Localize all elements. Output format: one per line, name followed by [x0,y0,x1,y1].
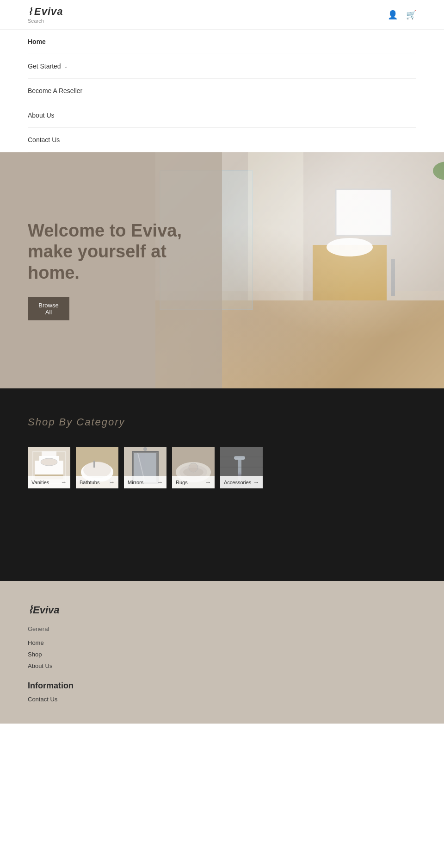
logo-symbol: ⌇ [28,6,33,17]
categories-list: Vanities → [28,447,416,488]
category-rugs[interactable]: Rugs → [172,447,215,488]
svg-point-15 [41,458,57,466]
footer: ⌇Eviva General Home Shop About Us Inform… [0,581,444,724]
footer-logo-symbol: ⌇ [28,604,33,616]
svg-rect-22 [93,461,95,468]
category-bathtubs[interactable]: Bathtubs → [76,447,118,488]
svg-rect-6 [336,189,391,236]
footer-link-shop[interactable]: Shop [28,649,416,660]
nav-item-get-started[interactable]: Get Started ⌄ [28,54,416,79]
shop-title: Shop By Category [28,416,416,428]
footer-information-label: Information [28,681,416,691]
footer-logo: ⌇Eviva [28,604,416,616]
vanities-arrow-icon: → [61,479,67,486]
cart-icon[interactable]: 🛒 [406,10,416,20]
header-icons: 👤 🛒 [388,10,416,20]
svg-point-8 [433,162,444,180]
footer-logo-text: ⌇Eviva [28,604,416,616]
accessories-label[interactable]: Accessories → [220,476,263,488]
nav-item-contact-us[interactable]: Contact Us [28,128,416,152]
footer-link-about[interactable]: About Us [28,660,416,672]
category-mirrors[interactable]: Mirrors → [124,447,166,488]
svg-rect-36 [234,456,245,460]
header-left: ⌇Eviva Search [28,6,63,24]
category-accessories[interactable]: Accessories → [220,447,263,488]
hero-overlay: Welcome to Eviva, make yourself at home.… [0,152,222,388]
logo: ⌇Eviva [28,6,63,18]
svg-rect-16 [42,451,56,457]
spacer-section [0,525,444,581]
header: ⌇Eviva Search 👤 🛒 [0,0,444,30]
rugs-label[interactable]: Rugs → [172,476,215,488]
nav-item-home[interactable]: Home [28,30,416,54]
nav-item-about-us[interactable]: About Us [28,103,416,128]
footer-link-contact[interactable]: Contact Us [28,693,416,705]
shop-section: Shop By Category Vanities [0,388,444,525]
footer-link-home[interactable]: Home [28,637,416,649]
hero-title: Welcome to Eviva, make yourself at home. [28,220,194,284]
accessories-arrow-icon: → [253,479,259,486]
svg-point-4 [327,238,373,256]
svg-rect-13 [39,456,59,462]
svg-rect-7 [391,259,395,296]
bathtubs-label[interactable]: Bathtubs → [76,476,118,488]
svg-rect-10 [248,152,303,300]
footer-general-label: General [28,625,416,632]
rugs-arrow-icon: → [205,479,211,486]
bathtubs-arrow-icon: → [109,479,115,486]
category-vanities[interactable]: Vanities → [28,447,70,488]
mirrors-arrow-icon: → [157,479,163,486]
svg-rect-5 [336,189,391,236]
browse-all-button[interactable]: Browse All [28,297,69,320]
chevron-down-icon: ⌄ [64,64,68,69]
mirrors-label[interactable]: Mirrors → [124,476,166,488]
main-nav: Home Get Started ⌄ Become A Reseller Abo… [0,30,444,152]
svg-point-33 [189,463,198,472]
nav-item-become-reseller[interactable]: Become A Reseller [28,79,416,103]
vanities-label[interactable]: Vanities → [28,476,70,488]
user-icon[interactable]: 👤 [388,10,398,20]
svg-rect-3 [313,245,387,300]
hero-section: Welcome to Eviva, make yourself at home.… [0,152,444,388]
search-label[interactable]: Search [28,18,63,24]
svg-point-28 [143,447,147,451]
